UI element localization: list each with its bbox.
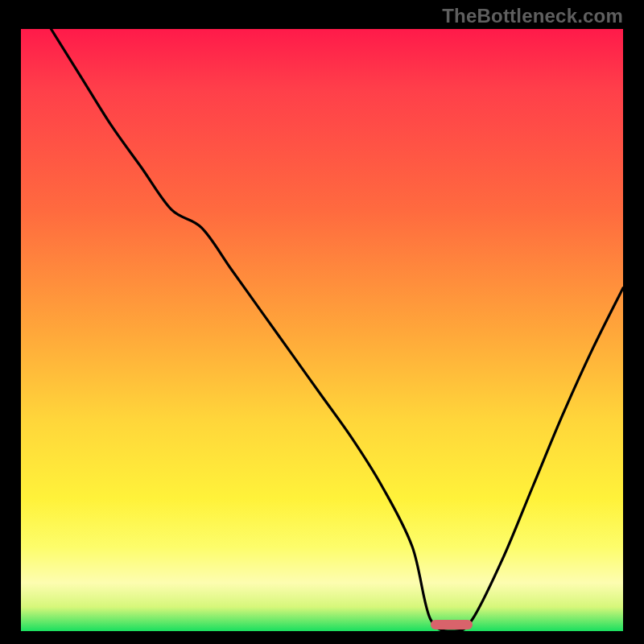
chart-background-gradient xyxy=(21,29,623,631)
optimal-range-marker xyxy=(431,620,473,630)
watermark-text: TheBottleneck.com xyxy=(442,5,623,27)
chart-frame xyxy=(21,29,623,631)
gradient-rect xyxy=(21,29,623,631)
